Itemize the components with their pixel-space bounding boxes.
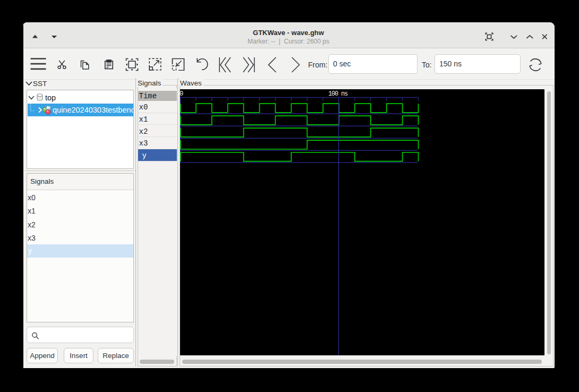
svg-text:100 ns: 100 ns: [328, 90, 348, 98]
